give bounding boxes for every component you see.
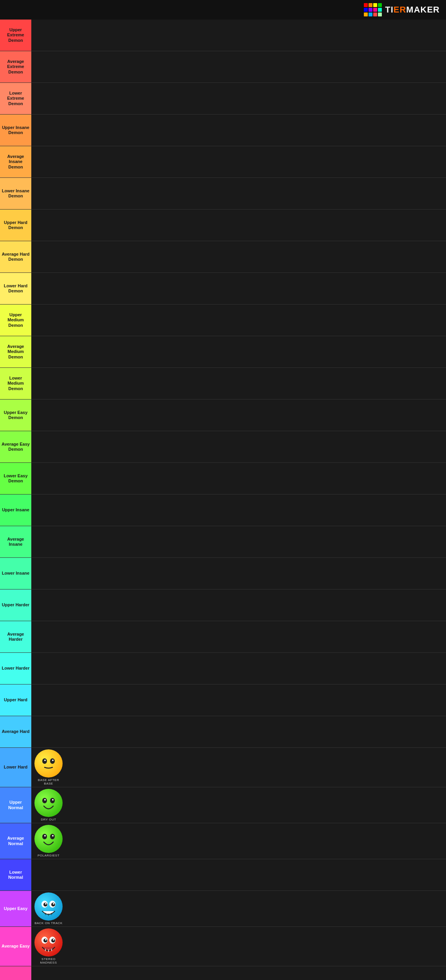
svg-point-25 (45, 939, 47, 941)
logo-grid (364, 3, 382, 16)
tier-row-upper-insane-demon: Upper Insane Demon (0, 115, 446, 146)
tier-content-average-medium-demon (31, 336, 446, 367)
tier-content-lower-easy (31, 966, 446, 980)
tier-label-lower-harder: Lower Harder (0, 653, 31, 684)
svg-point-17 (53, 903, 54, 905)
header: TierMaker (0, 0, 446, 20)
tier-row-average-easy-demon: Average Easy Demon (0, 431, 446, 463)
tier-row-lower-easy-demon: Lower Easy Demon (0, 463, 446, 494)
tier-label-average-easy: Average Easy (0, 927, 31, 966)
tier-content-average-extreme-demon (31, 51, 446, 82)
level-name: BASE AFTER BASE (33, 778, 64, 785)
tier-row-upper-easy: Upper EasyBACK ON TRACK (0, 891, 446, 927)
tier-list: Upper Extreme DemonAverage Extreme Demon… (0, 20, 446, 980)
tier-content-upper-extreme-demon (31, 20, 446, 51)
tier-label-average-medium-demon: Average Medium Demon (0, 336, 31, 367)
tier-row-average-extreme-demon: Average Extreme Demon (0, 51, 446, 83)
tier-content-lower-insane-demon (31, 178, 446, 209)
tier-content-average-hard (31, 716, 446, 747)
tier-label-upper-insane-demon: Upper Insane Demon (0, 115, 31, 146)
tier-label-upper-easy: Upper Easy (0, 891, 31, 926)
tier-label-average-extreme-demon: Average Extreme Demon (0, 51, 31, 82)
tier-row-upper-insane: Upper Insane (0, 494, 446, 526)
tier-row-lower-insane-demon: Lower Insane Demon (0, 178, 446, 210)
tier-label-lower-easy: Lower Easy (0, 966, 31, 980)
tier-label-lower-insane-demon: Lower Insane Demon (0, 178, 31, 209)
tier-content-lower-insane (31, 558, 446, 589)
tier-label-average-easy-demon: Average Easy Demon (0, 431, 31, 462)
tier-label-average-normal: Average Normal (0, 823, 31, 859)
tier-content-average-easy: STEREO MADNESS (31, 927, 446, 966)
tier-row-average-hard: Average Hard (0, 716, 446, 748)
tier-label-lower-medium-demon: Lower Medium Demon (0, 368, 31, 399)
tier-content-upper-insane-demon (31, 115, 446, 146)
tier-content-lower-harder (31, 653, 446, 684)
tier-row-average-medium-demon: Average Medium Demon (0, 336, 446, 368)
tier-label-average-hard-demon: Average Hard Demon (0, 241, 31, 272)
tier-row-upper-hard: Upper Hard (0, 684, 446, 716)
svg-point-26 (53, 939, 54, 941)
tier-row-lower-normal: Lower Normal (0, 859, 446, 891)
tier-content-upper-hard (31, 684, 446, 716)
tier-content-average-insane (31, 526, 446, 557)
tier-content-upper-insane (31, 494, 446, 526)
tier-row-average-harder: Average Harder (0, 621, 446, 653)
tier-row-average-hard-demon: Average Hard Demon (0, 241, 446, 273)
tier-content-upper-easy: BACK ON TRACK (31, 891, 446, 926)
tier-content-average-harder (31, 621, 446, 652)
tier-label-average-insane-demon: Average Insane Demon (0, 146, 31, 177)
tier-content-average-normal: POLARGIEST (31, 823, 446, 859)
tier-row-average-easy: Average EasySTEREO MADNESS (0, 927, 446, 966)
svg-point-6 (44, 799, 46, 801)
tier-content-lower-easy-demon (31, 463, 446, 494)
list-item: DRY OUT (33, 789, 64, 821)
level-name: DRY OUT (41, 818, 56, 821)
level-name: BACK ON TRACK (34, 921, 63, 925)
tier-row-upper-extreme-demon: Upper Extreme Demon (0, 20, 446, 51)
tier-label-upper-easy-demon: Upper Easy Demon (0, 400, 31, 431)
logo-text: TierMaker (385, 5, 440, 15)
svg-point-7 (52, 799, 54, 801)
svg-point-9 (50, 834, 55, 839)
svg-point-11 (52, 835, 54, 837)
tier-row-upper-hard-demon: Upper Hard Demon (0, 210, 446, 241)
tier-label-average-hard: Average Hard (0, 716, 31, 747)
tier-content-lower-extreme-demon (31, 83, 446, 114)
tiermaker-logo: TierMaker (364, 3, 440, 16)
tier-label-average-harder: Average Harder (0, 621, 31, 652)
level-name: STEREO MADNESS (33, 957, 64, 964)
tier-row-lower-insane: Lower Insane (0, 558, 446, 589)
tier-content-lower-hard-demon (31, 273, 446, 304)
tier-label-upper-extreme-demon: Upper Extreme Demon (0, 20, 31, 51)
svg-point-4 (42, 798, 47, 803)
tier-row-average-insane: Average Insane (0, 526, 446, 558)
tier-row-lower-hard: Lower HardBASE AFTER BASE (0, 748, 446, 787)
tier-row-upper-easy-demon: Upper Easy Demon (0, 400, 446, 431)
tier-label-lower-insane: Lower Insane (0, 558, 31, 589)
list-item: POLARGIEST (33, 825, 64, 857)
tier-row-average-normal: Average NormalPOLARGIEST (0, 823, 446, 859)
tier-row-lower-extreme-demon: Lower Extreme Demon (0, 83, 446, 115)
svg-point-10 (44, 835, 46, 837)
svg-point-3 (52, 760, 54, 761)
tier-label-upper-hard: Upper Hard (0, 684, 31, 716)
tier-content-upper-easy-demon (31, 400, 446, 431)
tier-label-lower-normal: Lower Normal (0, 859, 31, 890)
tier-content-average-hard-demon (31, 241, 446, 272)
tier-content-upper-harder (31, 589, 446, 621)
tier-row-average-insane-demon: Average Insane Demon (0, 146, 446, 178)
svg-point-1 (50, 758, 55, 764)
list-item: BACK ON TRACK (33, 892, 64, 925)
tier-content-upper-normal: DRY OUT (31, 787, 446, 823)
svg-point-2 (44, 760, 46, 761)
tier-content-upper-medium-demon (31, 305, 446, 336)
tier-row-lower-harder: Lower Harder (0, 653, 446, 684)
tier-label-lower-easy-demon: Lower Easy Demon (0, 463, 31, 494)
tier-label-upper-normal: Upper Normal (0, 787, 31, 823)
tier-content-upper-hard-demon (31, 210, 446, 241)
svg-point-0 (42, 758, 47, 764)
tier-row-lower-medium-demon: Lower Medium Demon (0, 368, 446, 400)
tier-row-lower-easy: Lower Easy (0, 966, 446, 980)
svg-point-5 (50, 798, 55, 803)
list-item: STEREO MADNESS (33, 928, 64, 964)
